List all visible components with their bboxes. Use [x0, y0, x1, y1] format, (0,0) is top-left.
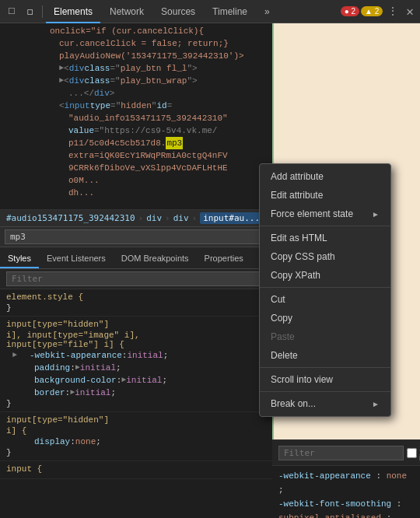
menu-item-label: Cut	[271, 294, 285, 305]
breadcrumb-item-active[interactable]: input#au...	[200, 212, 263, 224]
attr-name: type	[90, 100, 110, 112]
menu-item-cut[interactable]: Cut	[260, 290, 390, 309]
tab-dom-breakpoints[interactable]: DOM Breakpoints	[114, 248, 197, 268]
breadcrumb-item-3[interactable]: div	[173, 213, 189, 223]
menu-separator	[260, 391, 390, 392]
tab-timeline[interactable]: Timeline	[205, 0, 255, 23]
menu-separator	[260, 226, 390, 226]
prop-value: initial	[80, 362, 116, 374]
device-icon[interactable]: ◻	[22, 3, 39, 20]
tag-bracket: <	[64, 75, 69, 87]
breadcrumb-item-2[interactable]: div	[146, 213, 162, 223]
tag-punct: "	[152, 100, 157, 112]
toolbar-divider-1	[42, 5, 43, 18]
colon: :	[122, 349, 128, 362]
attr-name: id	[156, 100, 166, 112]
menu-item-break-on[interactable]: Break on... ►	[260, 394, 390, 413]
code-text: extra=iQK0EcY1RWqPRmiA0ctgQ4nFV	[68, 149, 228, 162]
colon: :	[70, 436, 75, 448]
attr-value: hidden	[121, 100, 152, 112]
menu-item-label: Copy CSS path	[271, 251, 335, 262]
tab-properties[interactable]: Properties	[197, 248, 251, 268]
tag-bracket: <	[59, 100, 65, 112]
rule-selector: input[type="hidden"]	[6, 320, 109, 329]
menu-item-force-state[interactable]: Force element state ►	[260, 205, 390, 223]
tab-event-listeners[interactable]: Event Listeners	[39, 248, 114, 268]
inspect-icon[interactable]: □	[3, 3, 20, 20]
menu-item-label: Edit attribute	[271, 190, 323, 201]
menu-item-paste[interactable]: Paste	[260, 327, 390, 346]
tag-bracket: >	[110, 87, 115, 100]
show-inherited-label[interactable]: Show inherited	[407, 443, 420, 462]
menu-separator	[260, 367, 390, 368]
menu-item-copy-css-path[interactable]: Copy CSS path	[260, 247, 390, 266]
colon: :	[70, 362, 75, 374]
arrow-icon[interactable]: ►	[12, 349, 17, 362]
more-options-icon[interactable]: ⋮	[384, 5, 401, 18]
tag-punct: ">	[187, 75, 197, 87]
menu-item-copy-xpath[interactable]: Copy XPath	[260, 266, 390, 285]
tab-sources[interactable]: Sources	[153, 0, 203, 23]
main-toolbar: □ ◻ Elements Network Sources Timeline » …	[0, 0, 420, 23]
menu-item-label: Copy	[271, 313, 292, 324]
tag-name: div	[69, 62, 85, 75]
semicolon: ;	[110, 387, 116, 399]
bottom-filter-input[interactable]	[278, 446, 404, 460]
ellipsis: ...	[68, 87, 84, 100]
menu-item-add-attribute[interactable]: Add attribute	[260, 167, 390, 186]
menu-item-edit-html[interactable]: Edit as HTML	[260, 229, 390, 247]
tag-name: div	[69, 75, 85, 87]
breadcrumb-item-1[interactable]: #audio153471175_392442310	[6, 213, 135, 223]
search-highlight: mp3	[166, 137, 183, 149]
prop-name: -webkit-appearance	[30, 349, 122, 362]
tag-name: div	[94, 87, 110, 100]
prop-name: border	[25, 387, 65, 399]
prop-value: none	[75, 436, 96, 448]
code-text: cur.cancelClick = false; return;}	[59, 37, 229, 50]
menu-separator	[260, 287, 390, 288]
tab-network[interactable]: Network	[102, 0, 152, 23]
tag-name: input	[65, 100, 90, 112]
code-text: dh...	[68, 187, 94, 199]
menu-item-label: Break on...	[271, 398, 316, 409]
breadcrumb-sep: ›	[192, 213, 198, 223]
prop-value: initial	[127, 349, 163, 362]
menu-item-label: Force element state	[271, 208, 353, 219]
code-text: playAudioNew('153471175_392442310')>	[59, 50, 244, 62]
colon: :	[65, 387, 71, 399]
bottom-filter-bar: Show inherited	[272, 439, 420, 465]
show-inherited-checkbox[interactable]	[407, 448, 417, 458]
tab-styles[interactable]: Styles	[0, 248, 39, 268]
prop-value: none	[387, 471, 407, 481]
menu-item-scroll-view[interactable]: Scroll into view	[260, 370, 390, 389]
breadcrumb-sep: ›	[138, 213, 144, 223]
breadcrumb-sep: ›	[165, 213, 170, 223]
tag-punct: ="	[110, 62, 120, 75]
close-button[interactable]: ✕	[403, 4, 417, 19]
rule-selector: element.style {	[6, 292, 83, 302]
tag-punct: ="https://cs9-5v4.vk.me/	[94, 124, 217, 137]
tab-elements[interactable]: Elements	[46, 0, 100, 23]
menu-item-edit-attribute[interactable]: Edit attribute	[260, 186, 390, 205]
attr-value: play_btn_wrap	[121, 75, 187, 87]
prop-value: initial	[126, 374, 162, 387]
prop-name: -webkit-appearance	[278, 471, 371, 481]
tag-punct: =	[167, 100, 173, 112]
semicolon: ;	[387, 513, 392, 518]
submenu-arrow-icon: ►	[372, 400, 380, 408]
code-text: p11/5c0d4c5cb517d8.	[68, 137, 166, 149]
menu-item-delete[interactable]: Delete	[260, 346, 390, 365]
prop-name: -webkit-font-smoothing	[278, 499, 391, 509]
submenu-arrow-icon: ►	[372, 210, 380, 219]
attr-value: play_btn fl_l	[121, 62, 187, 75]
menu-item-label: Scroll into view	[271, 374, 333, 385]
menu-item-copy[interactable]: Copy	[260, 309, 390, 327]
menu-item-label: Copy XPath	[271, 270, 320, 281]
menu-item-label: Paste	[271, 331, 295, 342]
prop-value: initial	[75, 387, 110, 399]
code-text: 9CRRk6fDiboVe_vXSlpp4VcDAFLHtHE	[68, 162, 228, 174]
tab-more[interactable]: »	[257, 0, 278, 23]
tag-bracket: </	[84, 87, 94, 100]
attr-name: class	[84, 62, 110, 75]
context-menu: Add attribute Edit attribute Force eleme…	[259, 163, 391, 417]
